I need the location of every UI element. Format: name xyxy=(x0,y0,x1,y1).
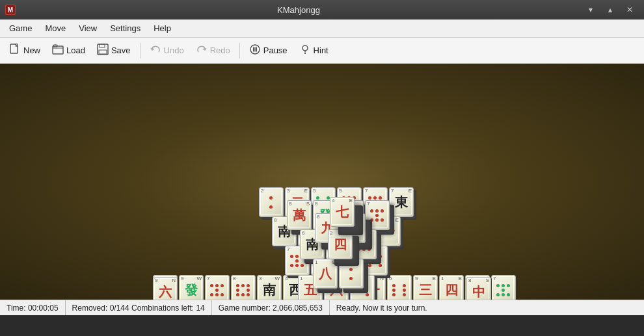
svg-text:M: M xyxy=(8,6,13,14)
tile[interactable]: 2 xyxy=(339,259,364,289)
tile[interactable]: 7 xyxy=(205,275,230,300)
undo-icon xyxy=(150,44,161,58)
window-title: KMahjongg xyxy=(16,5,582,15)
svg-rect-8 xyxy=(99,50,107,54)
tile[interactable]: 4 xyxy=(256,158,280,188)
tile[interactable]: 5 xyxy=(179,246,204,276)
svg-rect-4 xyxy=(53,46,63,54)
tile[interactable]: 3 xyxy=(231,246,256,276)
tile[interactable]: 二 6 S xyxy=(412,216,436,246)
svg-point-9 xyxy=(250,45,260,54)
tile[interactable]: 六 9 N xyxy=(153,277,178,300)
status-removed: Removed: 0/144 Combinations left: 14 xyxy=(66,300,212,315)
tile[interactable]: 北 6 N xyxy=(334,158,358,188)
tile[interactable]: 發 9 W xyxy=(179,275,204,300)
tile[interactable]: 2 xyxy=(259,187,284,217)
tile[interactable]: 八 9 E xyxy=(204,216,228,246)
tile[interactable]: 中 8 S xyxy=(466,277,491,300)
tile[interactable]: 中 5 N xyxy=(230,158,254,188)
tile[interactable]: 6 xyxy=(153,246,178,276)
pause-label: Pause xyxy=(263,45,288,55)
tile[interactable]: 二 9 N xyxy=(491,246,516,276)
tile[interactable]: 4 xyxy=(228,187,252,217)
toolbar-separator-2 xyxy=(239,43,240,58)
save-label: Save xyxy=(111,45,131,55)
toolbar: New Load Save Undo xyxy=(0,38,644,64)
status-time: Time: 00:00:05 xyxy=(0,300,66,315)
save-icon xyxy=(97,44,109,58)
new-label: New xyxy=(23,45,40,55)
menubar: Game Move View Settings Help xyxy=(0,19,644,38)
tile[interactable]: 西 5 S xyxy=(308,158,332,188)
minimize-button[interactable]: ▾ xyxy=(582,3,600,17)
svg-rect-10 xyxy=(253,47,255,51)
close-button[interactable]: ✕ xyxy=(621,3,639,17)
menu-settings[interactable]: Settings xyxy=(103,21,147,35)
tile-layer: 1發 7 W中 5 N4南 3 S西 5 S北 6 N八 7 S5九 1 W三 … xyxy=(0,64,644,300)
tile[interactable]: 三 9 N xyxy=(438,158,463,188)
tile[interactable]: 南 3 S xyxy=(282,158,306,188)
tile[interactable]: 發 5 N xyxy=(464,216,489,246)
tile[interactable]: 7 xyxy=(365,200,390,230)
load-button[interactable]: Load xyxy=(47,41,90,60)
hint-button[interactable]: Hint xyxy=(294,41,334,60)
tile[interactable]: 七 4 E xyxy=(330,197,355,227)
tile[interactable]: 發 5 E xyxy=(466,246,491,276)
app-icon: M xyxy=(5,5,16,15)
menu-help[interactable]: Help xyxy=(147,21,178,35)
tile[interactable]: 七 7 S xyxy=(413,246,438,276)
tile[interactable]: 7 xyxy=(491,275,516,300)
titlebar: M KMahjongg ▾ ▴ ✕ xyxy=(0,0,644,19)
tile[interactable]: 發 7 W xyxy=(204,158,228,188)
tile[interactable]: 北 8 N xyxy=(257,246,282,276)
svg-rect-11 xyxy=(255,47,257,51)
maximize-button[interactable]: ▴ xyxy=(601,3,619,17)
tile[interactable]: 南 3 W xyxy=(257,275,282,300)
tile[interactable]: 四 8 S xyxy=(464,158,489,188)
menu-move[interactable]: Move xyxy=(38,21,72,35)
undo-button[interactable]: Undo xyxy=(144,41,189,60)
redo-label: Redo xyxy=(210,45,230,55)
tile[interactable]: 西 8 N xyxy=(436,187,461,217)
tile[interactable]: 八 7 S xyxy=(360,158,384,188)
new-icon xyxy=(9,44,21,58)
new-button[interactable]: New xyxy=(4,41,46,60)
tile[interactable]: 四 1 S xyxy=(387,246,412,276)
menu-game[interactable]: Game xyxy=(3,21,38,35)
pause-icon xyxy=(249,44,261,58)
redo-button[interactable]: Redo xyxy=(191,41,235,60)
tile[interactable]: 四 1 E xyxy=(439,275,464,300)
redo-icon xyxy=(196,44,208,58)
tile[interactable]: 6 xyxy=(387,275,412,300)
tile[interactable]: 四 2 E xyxy=(328,229,353,259)
svg-point-12 xyxy=(302,45,308,51)
tile[interactable]: 8 xyxy=(231,275,256,300)
statusbar: Time: 00:00:05 Removed: 0/144 Combinatio… xyxy=(0,300,644,315)
tile[interactable]: 八 1 E xyxy=(313,259,338,289)
load-icon xyxy=(52,44,64,58)
tile[interactable]: 2 xyxy=(438,216,463,246)
tile[interactable]: 一 6 W xyxy=(230,216,254,246)
pause-button[interactable]: Pause xyxy=(244,41,293,60)
tile[interactable]: 六 9 E xyxy=(465,246,490,276)
tile[interactable]: 南 2 N xyxy=(205,246,230,276)
tile[interactable]: 三 9 E xyxy=(413,275,438,300)
tile[interactable]: 五 4 N xyxy=(153,246,178,276)
load-label: Load xyxy=(66,45,85,55)
tile[interactable]: 五 8 E xyxy=(439,246,464,276)
menu-view[interactable]: View xyxy=(72,21,103,35)
tile[interactable]: 5 xyxy=(386,158,410,188)
status-message: Ready. Now it is your turn. xyxy=(330,300,644,315)
toolbar-separator-1 xyxy=(140,43,141,58)
tile[interactable]: 九 1 W xyxy=(412,158,436,188)
status-game-number: Game number: 2,066,085,653 xyxy=(212,300,330,315)
undo-label: Undo xyxy=(164,45,184,55)
game-area: 1發 7 W中 5 N4南 3 S西 5 S北 6 N八 7 S5九 1 W三 … xyxy=(0,64,644,300)
save-button[interactable]: Save xyxy=(92,41,136,60)
tile[interactable]: 七 6 E xyxy=(202,187,226,217)
tile[interactable]: 北 1 N xyxy=(178,216,202,246)
tile[interactable]: 1 xyxy=(178,158,202,188)
hint-label: Hint xyxy=(314,45,329,55)
tile[interactable]: 東 7 E xyxy=(389,187,414,217)
tile[interactable]: 萬 8 S xyxy=(287,200,312,230)
